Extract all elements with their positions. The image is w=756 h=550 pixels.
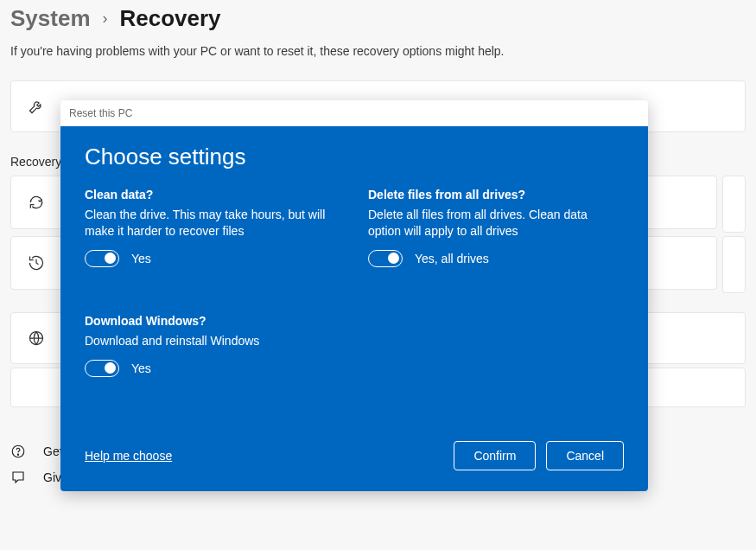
toggle-clean-data-label: Yes xyxy=(131,252,151,265)
wrench-icon xyxy=(27,97,46,116)
setting-delete-all-drives-title: Delete files from all drives? xyxy=(368,188,620,207)
breadcrumb-current: Recovery xyxy=(120,5,221,32)
confirm-button[interactable]: Confirm xyxy=(454,441,536,470)
reset-icon xyxy=(27,193,46,212)
setting-download-windows: Download Windows? Download and reinstall… xyxy=(85,314,337,377)
toggle-download-windows[interactable] xyxy=(85,360,119,377)
feedback-icon xyxy=(10,470,26,485)
history-icon xyxy=(27,253,46,272)
setting-clean-data-desc: Clean the drive. This may take hours, bu… xyxy=(85,207,337,250)
breadcrumb: System › Recovery xyxy=(10,0,746,44)
help-me-choose-link[interactable]: Help me choose xyxy=(85,449,172,463)
svg-point-2 xyxy=(17,454,18,455)
reset-pc-action[interactable] xyxy=(722,176,746,233)
setting-download-windows-desc: Download and reinstall Windows xyxy=(85,333,337,360)
setting-clean-data-title: Clean data? xyxy=(85,188,337,207)
reset-pc-dialog: Reset this PC Choose settings Clean data… xyxy=(60,100,648,491)
setting-download-windows-title: Download Windows? xyxy=(85,314,337,333)
page-subtitle: If you're having problems with your PC o… xyxy=(10,44,746,80)
breadcrumb-parent[interactable]: System xyxy=(10,5,91,32)
chevron-right-icon: › xyxy=(103,10,108,28)
cancel-button[interactable]: Cancel xyxy=(546,441,624,470)
toggle-download-windows-label: Yes xyxy=(131,361,151,375)
setting-clean-data: Clean data? Clean the drive. This may ta… xyxy=(85,188,337,267)
dialog-heading: Choose settings xyxy=(85,144,624,188)
setting-delete-all-drives: Delete files from all drives? Delete all… xyxy=(368,188,620,267)
toggle-delete-all-drives[interactable] xyxy=(368,250,403,267)
globe-icon xyxy=(27,329,46,348)
toggle-delete-all-drives-label: Yes, all drives xyxy=(415,252,489,265)
go-back-action[interactable] xyxy=(722,236,746,293)
toggle-clean-data[interactable] xyxy=(85,250,119,267)
help-icon xyxy=(10,444,26,459)
dialog-window-title: Reset this PC xyxy=(60,100,648,126)
setting-delete-all-drives-desc: Delete all files from all drives. Clean … xyxy=(368,207,620,250)
